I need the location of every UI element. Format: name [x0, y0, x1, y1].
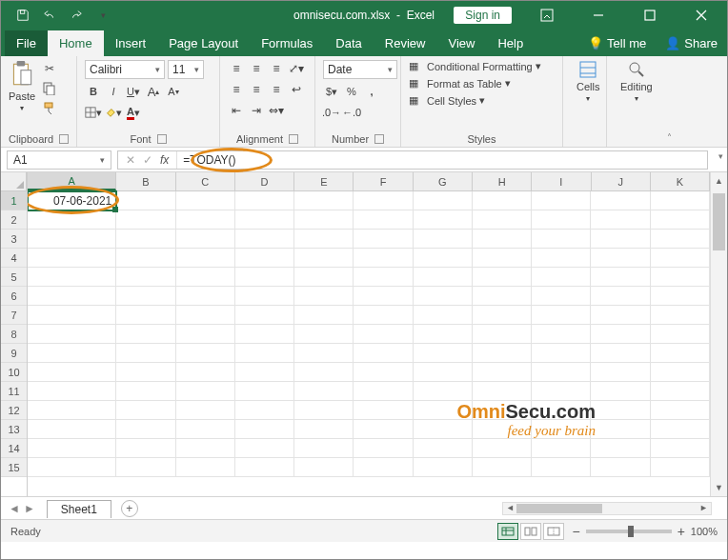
bold-icon[interactable]: B: [85, 83, 102, 100]
row-header[interactable]: 13: [1, 420, 27, 439]
ribbon-display-icon[interactable]: [525, 1, 569, 30]
sheet-tab[interactable]: Sheet1: [47, 500, 111, 518]
align-top-icon[interactable]: ≡: [228, 60, 245, 77]
font-name-select[interactable]: Calibri▾: [85, 60, 165, 79]
tab-view[interactable]: View: [436, 30, 486, 56]
align-left-icon[interactable]: ≡: [228, 81, 245, 98]
cut-icon[interactable]: ✂: [41, 60, 58, 77]
zoom-slider[interactable]: [586, 530, 672, 533]
increase-decimal-icon[interactable]: .0→: [323, 104, 340, 121]
zoom-in-button[interactable]: +: [677, 524, 685, 539]
share-button[interactable]: 👤Share: [656, 30, 727, 56]
scroll-up-icon[interactable]: ▲: [711, 176, 727, 186]
align-bottom-icon[interactable]: ≡: [268, 60, 285, 77]
alignment-launcher-icon[interactable]: [289, 134, 298, 144]
decrease-decimal-icon[interactable]: ←.0: [343, 104, 360, 121]
align-center-icon[interactable]: ≡: [248, 81, 265, 98]
row-header[interactable]: 3: [1, 230, 27, 249]
copy-icon[interactable]: [41, 80, 58, 97]
accounting-icon[interactable]: $▾: [323, 83, 340, 100]
increase-indent-icon[interactable]: ⇥: [248, 102, 265, 119]
collapse-ribbon-icon[interactable]: ˄: [660, 56, 677, 147]
fill-color-icon[interactable]: ▾: [105, 104, 122, 121]
number-launcher-icon[interactable]: [374, 134, 384, 144]
scroll-down-icon[interactable]: ▼: [711, 483, 727, 492]
column-header[interactable]: K: [651, 172, 710, 190]
cell-grid[interactable]: 07-06-2021: [28, 191, 710, 477]
column-header[interactable]: G: [414, 172, 473, 190]
cell-styles-button[interactable]: ▦ Cell Styles▾: [409, 94, 485, 107]
column-header[interactable]: D: [235, 172, 294, 190]
vertical-scrollbar[interactable]: ▲ ▼: [710, 172, 727, 496]
tab-help[interactable]: Help: [486, 30, 535, 56]
row-header[interactable]: 12: [1, 401, 27, 420]
scroll-right-icon[interactable]: ►: [699, 503, 708, 512]
cell-a1[interactable]: 07-06-2021: [28, 191, 116, 210]
column-header[interactable]: J: [592, 172, 651, 190]
redo-icon[interactable]: [68, 7, 85, 24]
wrap-text-icon[interactable]: ↩: [288, 81, 305, 98]
row-header[interactable]: 15: [1, 458, 27, 477]
align-right-icon[interactable]: ≡: [268, 81, 285, 98]
scroll-left-icon[interactable]: ◄: [506, 503, 515, 512]
percent-icon[interactable]: %: [343, 83, 360, 100]
tab-home[interactable]: Home: [48, 30, 104, 56]
zoom-level[interactable]: 100%: [691, 526, 718, 537]
tab-data[interactable]: Data: [324, 30, 373, 56]
format-as-table-button[interactable]: ▦ Format as Table▾: [409, 77, 511, 90]
decrease-indent-icon[interactable]: ⇤: [228, 102, 245, 119]
cancel-formula-icon[interactable]: ✕: [126, 153, 135, 167]
row-header[interactable]: 11: [1, 382, 27, 401]
column-header[interactable]: A: [28, 172, 116, 190]
paste-button[interactable]: Paste▾: [9, 60, 35, 112]
row-header[interactable]: 1: [1, 191, 27, 210]
merge-icon[interactable]: ⇔▾: [268, 102, 285, 119]
tab-insert[interactable]: Insert: [104, 30, 158, 56]
fx-icon[interactable]: fx: [160, 153, 169, 167]
align-middle-icon[interactable]: ≡: [248, 60, 265, 77]
sheet-nav-next-icon[interactable]: ►: [24, 502, 35, 515]
view-page-layout-icon[interactable]: [520, 523, 541, 540]
tellme-search[interactable]: 💡Tell me: [578, 30, 656, 56]
row-header[interactable]: 5: [1, 268, 27, 287]
row-header[interactable]: 10: [1, 363, 27, 382]
name-box[interactable]: A1▾: [7, 150, 111, 170]
font-launcher-icon[interactable]: [157, 134, 167, 144]
sheet-nav-prev-icon[interactable]: ◄: [9, 502, 20, 515]
undo-icon[interactable]: [41, 7, 58, 24]
minimize-icon[interactable]: [576, 1, 620, 30]
column-header[interactable]: C: [176, 172, 235, 190]
signin-button[interactable]: Sign in: [454, 7, 512, 24]
comma-icon[interactable]: ,: [363, 83, 380, 100]
decrease-font-icon[interactable]: A▾: [165, 83, 182, 100]
row-header[interactable]: 6: [1, 287, 27, 306]
format-painter-icon[interactable]: [41, 100, 58, 117]
tab-page-layout[interactable]: Page Layout: [157, 30, 250, 56]
view-page-break-icon[interactable]: [543, 523, 564, 540]
number-format-select[interactable]: Date▾: [323, 60, 397, 79]
editing-button[interactable]: Editing▾: [615, 60, 658, 103]
horizontal-scrollbar[interactable]: ◄ ►: [502, 502, 712, 515]
qat-customize-icon[interactable]: ▾: [94, 7, 111, 24]
tab-formulas[interactable]: Formulas: [250, 30, 324, 56]
font-size-select[interactable]: 11▾: [168, 60, 204, 79]
tab-review[interactable]: Review: [374, 30, 437, 56]
new-sheet-button[interactable]: +: [121, 500, 138, 517]
italic-icon[interactable]: I: [105, 83, 122, 100]
font-color-icon[interactable]: A▾: [125, 104, 142, 121]
borders-icon[interactable]: ▾: [85, 104, 102, 121]
view-normal-icon[interactable]: [497, 523, 518, 540]
row-header[interactable]: 7: [1, 306, 27, 325]
column-header[interactable]: I: [532, 172, 591, 190]
underline-icon[interactable]: U▾: [125, 83, 142, 100]
row-header[interactable]: 8: [1, 325, 27, 344]
save-icon[interactable]: [14, 7, 31, 24]
select-all-corner[interactable]: [1, 172, 27, 191]
tab-file[interactable]: File: [5, 30, 48, 56]
close-icon[interactable]: [679, 1, 723, 30]
cells-button[interactable]: Cells▾: [571, 60, 605, 103]
maximize-icon[interactable]: [628, 1, 672, 30]
column-header[interactable]: H: [473, 172, 532, 190]
clipboard-launcher-icon[interactable]: [59, 134, 69, 144]
column-header[interactable]: B: [116, 172, 175, 190]
